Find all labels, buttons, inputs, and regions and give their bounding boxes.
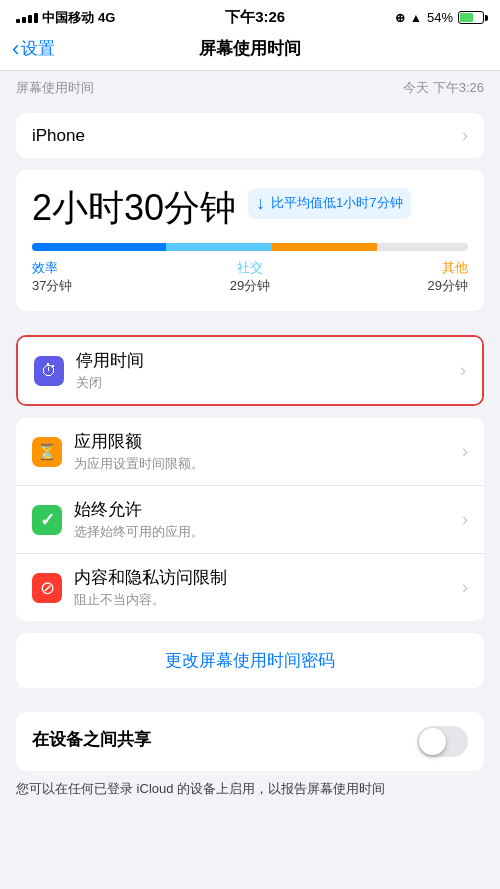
share-content: 在设备之间共享 <box>32 728 407 755</box>
content-privacy-content: 内容和隐私访问限制 阻止不当内容。 <box>74 566 456 609</box>
status-bar: 中国移动 4G 下午3:26 ⊕ ▲ 54% <box>0 0 500 31</box>
app-limits-row[interactable]: ⏳ 应用限额 为应用设置时间限额。 › <box>16 418 484 486</box>
page-title: 屏幕使用时间 <box>199 37 301 60</box>
usage-progress-bar <box>32 243 468 251</box>
rest-bar <box>377 243 468 251</box>
carrier-label: 中国移动 <box>42 9 94 27</box>
arrow-icon: ▲ <box>410 11 422 25</box>
always-allowed-icon: ✓ <box>40 509 55 531</box>
always-allowed-title: 始终允许 <box>74 498 456 521</box>
battery-percent: 54% <box>427 10 453 25</box>
nav-bar: ‹ 设置 屏幕使用时间 <box>0 31 500 71</box>
share-desc-text: 您可以在任何已登录 iCloud 的设备上启用，以报告屏幕使用时间 <box>16 781 385 796</box>
gps-icon: ⊕ <box>395 11 405 25</box>
app-limits-subtitle: 为应用设置时间限额。 <box>74 455 456 473</box>
iphone-section: iPhone › <box>16 113 484 158</box>
usage-comparison-box: ↓ 比平均值低1小时7分钟 <box>248 188 410 219</box>
iphone-label: iPhone <box>32 126 456 146</box>
always-allowed-icon-bg: ✓ <box>32 505 62 535</box>
always-allowed-content: 始终允许 选择始终可用的应用。 <box>74 498 456 541</box>
social-name: 社交 <box>230 259 270 277</box>
usage-header: 2小时30分钟 ↓ 比平均值低1小时7分钟 <box>32 184 468 233</box>
social-time: 29分钟 <box>230 277 270 295</box>
usage-labels: 效率 37分钟 社交 29分钟 其他 29分钟 <box>32 259 468 295</box>
app-limits-chevron-icon: › <box>462 441 468 462</box>
settings-card: ⏳ 应用限额 为应用设置时间限额。 › ✓ 始终允许 选择始终可用的应用。 › … <box>16 418 484 621</box>
downtime-content: 停用时间 关闭 <box>76 349 454 392</box>
always-allowed-chevron-icon: › <box>462 509 468 530</box>
social-label: 社交 29分钟 <box>230 259 270 295</box>
status-right: ⊕ ▲ 54% <box>395 10 484 25</box>
downtime-card[interactable]: ⏱ 停用时间 关闭 › <box>16 335 484 406</box>
status-left: 中国移动 4G <box>16 9 115 27</box>
share-description: 您可以在任何已登录 iCloud 的设备上启用，以报告屏幕使用时间 <box>0 771 500 815</box>
change-password-row[interactable]: 更改屏幕使用时间密码 <box>16 633 484 688</box>
content-privacy-icon: ⊘ <box>40 577 55 599</box>
back-button[interactable]: ‹ 设置 <box>12 36 55 62</box>
app-limits-content: 应用限额 为应用设置时间限额。 <box>74 430 456 473</box>
share-section: 在设备之间共享 <box>16 712 484 771</box>
toggle-knob <box>419 728 446 755</box>
back-chevron-icon: ‹ <box>12 36 19 62</box>
downtime-row[interactable]: ⏱ 停用时间 关闭 › <box>18 337 482 404</box>
screen-time-section-header: 屏幕使用时间 今天 下午3:26 <box>0 71 500 101</box>
social-bar <box>166 243 271 251</box>
screen-time-label: 屏幕使用时间 <box>16 79 94 97</box>
downtime-icon-bg: ⏱ <box>34 356 64 386</box>
iphone-row[interactable]: iPhone › <box>16 113 484 158</box>
share-title: 在设备之间共享 <box>32 728 407 751</box>
always-allowed-subtitle: 选择始终可用的应用。 <box>74 523 456 541</box>
iphone-chevron-icon: › <box>462 125 468 146</box>
downtime-chevron-icon: › <box>460 360 466 381</box>
share-toggle[interactable] <box>417 726 468 757</box>
always-allowed-row[interactable]: ✓ 始终允许 选择始终可用的应用。 › <box>16 486 484 554</box>
signal-bars <box>16 13 38 23</box>
app-limits-icon: ⏳ <box>37 442 57 461</box>
comparison-text: 比平均值低1小时7分钟 <box>271 195 402 212</box>
content-privacy-chevron-icon: › <box>462 577 468 598</box>
usage-total-time: 2小时30分钟 <box>32 184 236 233</box>
content-privacy-row[interactable]: ⊘ 内容和隐私访问限制 阻止不当内容。 › <box>16 554 484 621</box>
efficiency-bar <box>32 243 166 251</box>
app-limits-title: 应用限额 <box>74 430 456 453</box>
efficiency-label: 效率 37分钟 <box>32 259 72 295</box>
back-label: 设置 <box>21 37 55 60</box>
other-time: 29分钟 <box>428 277 468 295</box>
efficiency-time: 37分钟 <box>32 277 72 295</box>
comparison-down-icon: ↓ <box>256 193 265 214</box>
change-password-label[interactable]: 更改屏幕使用时间密码 <box>165 651 335 670</box>
downtime-subtitle: 关闭 <box>76 374 454 392</box>
other-name: 其他 <box>428 259 468 277</box>
usage-card: 2小时30分钟 ↓ 比平均值低1小时7分钟 效率 37分钟 社交 29分钟 其他… <box>16 170 484 311</box>
time-label: 下午3:26 <box>225 8 285 27</box>
downtime-title: 停用时间 <box>76 349 454 372</box>
screen-time-datetime: 今天 下午3:26 <box>403 79 484 97</box>
battery-icon <box>458 11 484 24</box>
downtime-icon: ⏱ <box>41 362 57 380</box>
content-privacy-icon-bg: ⊘ <box>32 573 62 603</box>
other-label: 其他 29分钟 <box>428 259 468 295</box>
app-limits-icon-bg: ⏳ <box>32 437 62 467</box>
efficiency-name: 效率 <box>32 259 72 277</box>
network-label: 4G <box>98 10 115 25</box>
other-bar <box>272 243 377 251</box>
content-privacy-title: 内容和隐私访问限制 <box>74 566 456 589</box>
content-privacy-subtitle: 阻止不当内容。 <box>74 591 456 609</box>
